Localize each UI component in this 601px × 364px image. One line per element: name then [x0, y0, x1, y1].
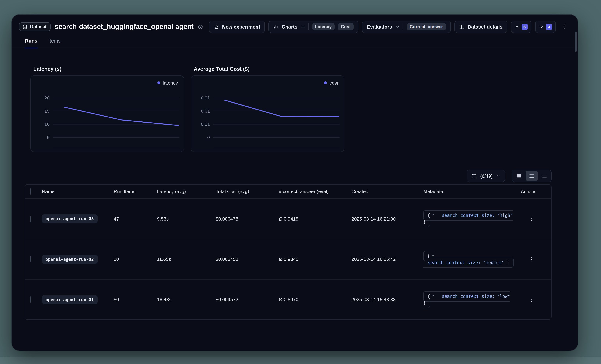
header-more-actions-button[interactable] — [559, 20, 570, 33]
app-window: Dataset search-dataset_huggingface_opena… — [11, 14, 578, 351]
database-icon — [22, 24, 28, 29]
latency-chart-block: Latency (s) latency 2015105 — [30, 66, 184, 152]
cost-chart-block: Average Total Cost ($) cost 0.010.010.01… — [191, 66, 344, 152]
charts-section: Latency (s) latency 2015105 Average Tota… — [30, 66, 578, 152]
chart-title: Latency (s) — [33, 66, 184, 72]
column-header-run-items: Run Items — [114, 189, 157, 194]
chevron-down-icon[interactable] — [301, 25, 305, 29]
nav-previous-button[interactable]: K — [511, 20, 531, 33]
svg-text:20: 20 — [44, 96, 50, 100]
dataset-details-button[interactable]: Dataset details — [454, 20, 507, 33]
chart-chip-latency[interactable]: Latency — [312, 23, 335, 30]
columns-icon — [471, 173, 477, 179]
chevron-up-icon — [515, 24, 519, 29]
total-cost-avg-value: $0.006458 — [216, 257, 279, 262]
keyboard-shortcut-badge: K — [521, 24, 528, 30]
column-selector-button[interactable]: (6/49) — [467, 170, 505, 182]
latency-avg-value: 9.53s — [157, 216, 216, 221]
metadata-json-box: { search_context_size:"medium" } — [423, 251, 513, 268]
divider — [403, 23, 403, 30]
row-checkbox[interactable] — [30, 216, 31, 222]
header-actions: New experiment Charts Latency Cost — [209, 20, 570, 33]
row-height-compact-button[interactable] — [513, 171, 525, 181]
collapse-chevron-icon[interactable] — [431, 253, 435, 257]
cost-chart-card: cost 0.010.010.010 — [191, 76, 344, 152]
keyboard-shortcut-badge: J — [546, 24, 552, 30]
column-header-created: Created — [351, 189, 423, 194]
svg-text:0: 0 — [207, 135, 210, 140]
tab-runs[interactable]: Runs — [25, 37, 37, 48]
total-cost-avg-value: $0.009572 — [216, 297, 279, 302]
created-value: 2025-03-14 16:21:30 — [351, 216, 423, 221]
runs-table: Name Run Items Latency (avg) Total Cost … — [25, 184, 552, 320]
correct-answer-eval-value: Ø 0.8970 — [279, 297, 351, 302]
run-name-badge[interactable]: openai-agent-run-02 — [42, 255, 97, 264]
rows-dense-icon — [516, 173, 521, 179]
rows-medium-icon — [529, 173, 534, 179]
tab-bar: Runs Items — [12, 37, 578, 48]
page-title: search-dataset_huggingface_openai-agent — [55, 23, 193, 31]
svg-text:5: 5 — [47, 135, 50, 140]
nav-next-button[interactable]: J — [535, 20, 556, 33]
header: Dataset search-dataset_huggingface_opena… — [19, 19, 570, 34]
chevron-down-icon[interactable] — [395, 25, 400, 29]
evaluator-chip-correct-answer[interactable]: Correct_answer — [407, 23, 446, 30]
collapse-chevron-icon[interactable] — [431, 213, 435, 217]
new-experiment-button[interactable]: New experiment — [209, 20, 265, 33]
latency-chart-card: latency 2015105 — [30, 76, 184, 152]
run-name-badge[interactable]: openai-agent-run-01 — [42, 295, 97, 304]
cost-line-chart: 0.010.010.010 — [194, 87, 341, 149]
chevron-down-icon — [539, 24, 544, 29]
table-row: openai-agent-run-02 50 11.65s $0.006458 … — [25, 239, 551, 279]
evaluators-control-group: Evaluators Correct_answer — [362, 20, 451, 33]
info-icon[interactable] — [198, 24, 203, 29]
run-items-value: 47 — [114, 216, 157, 221]
legend-dot — [324, 81, 327, 84]
svg-text:15: 15 — [44, 109, 50, 114]
collapse-chevron-icon[interactable] — [431, 294, 435, 297]
chart-legend[interactable]: latency — [34, 79, 181, 87]
run-items-value: 50 — [114, 257, 157, 262]
created-value: 2025-03-14 15:48:33 — [351, 297, 423, 302]
total-cost-avg-value: $0.006478 — [216, 216, 279, 221]
latency-avg-value: 16.48s — [157, 297, 216, 302]
table-body: openai-agent-run-03 47 9.53s $0.006478 Ø… — [25, 199, 551, 319]
row-actions-button[interactable] — [529, 216, 535, 222]
metadata-value: "high" — [497, 213, 513, 218]
table-header-row: Name Run Items Latency (avg) Total Cost … — [25, 185, 551, 199]
legend-label: latency — [163, 80, 178, 86]
row-height-medium-button[interactable] — [526, 171, 538, 181]
column-header-actions: Actions — [521, 189, 551, 194]
evaluators-dropdown[interactable]: Evaluators — [367, 24, 392, 29]
kebab-menu-icon — [529, 256, 535, 262]
metadata-key: search_context_size: — [442, 294, 495, 299]
select-all-checkbox[interactable] — [30, 188, 31, 195]
run-name-badge[interactable]: openai-agent-run-03 — [42, 214, 97, 223]
row-checkbox[interactable] — [30, 256, 31, 262]
latency-line-chart: 2015105 — [34, 87, 181, 149]
chart-title: Average Total Cost ($) — [194, 66, 344, 72]
column-header-total-cost: Total Cost (avg) — [216, 189, 279, 194]
chart-legend[interactable]: cost — [194, 79, 341, 87]
correct-answer-eval-value: Ø 0.9415 — [279, 216, 351, 221]
charts-dropdown[interactable]: Charts — [282, 24, 298, 29]
metadata-key: search_context_size: — [428, 260, 481, 265]
tab-items[interactable]: Items — [49, 37, 60, 48]
svg-text:10: 10 — [44, 122, 50, 127]
legend-label: cost — [329, 80, 338, 86]
row-checkbox[interactable] — [30, 297, 31, 303]
table-toolbar: (6/49) — [25, 170, 552, 182]
panel-icon — [459, 24, 465, 29]
scrollbar-thumb[interactable] — [575, 31, 577, 52]
flask-icon — [214, 24, 219, 29]
run-items-value: 50 — [114, 297, 157, 302]
row-height-tall-button[interactable] — [539, 171, 551, 181]
row-actions-button[interactable] — [529, 256, 535, 262]
kebab-menu-icon — [529, 216, 535, 222]
correct-answer-eval-value: Ø 0.9340 — [279, 257, 351, 262]
row-actions-button[interactable] — [529, 297, 535, 302]
table-row: openai-agent-run-01 50 16.48s $0.009572 … — [25, 279, 551, 319]
metadata-value: "medium" — [483, 260, 504, 265]
desktop: Dataset search-dataset_huggingface_opena… — [0, 0, 601, 364]
chart-chip-cost[interactable]: Cost — [338, 23, 354, 30]
